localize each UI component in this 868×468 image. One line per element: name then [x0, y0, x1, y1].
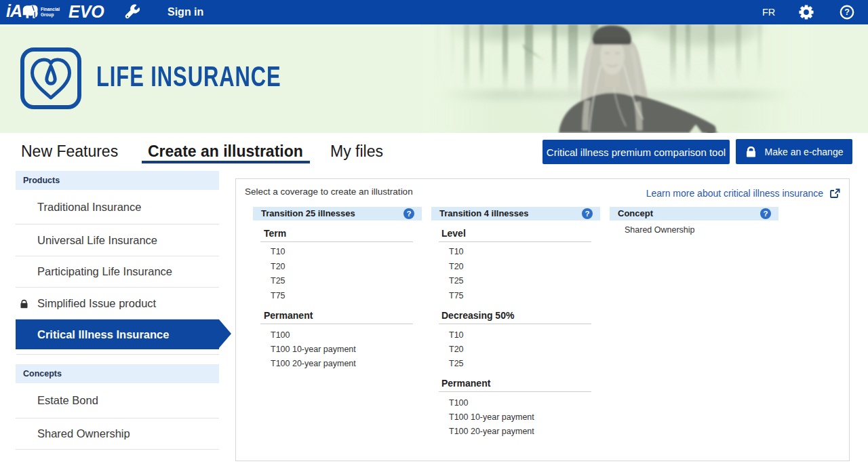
svg-text:?: ?	[844, 7, 850, 17]
